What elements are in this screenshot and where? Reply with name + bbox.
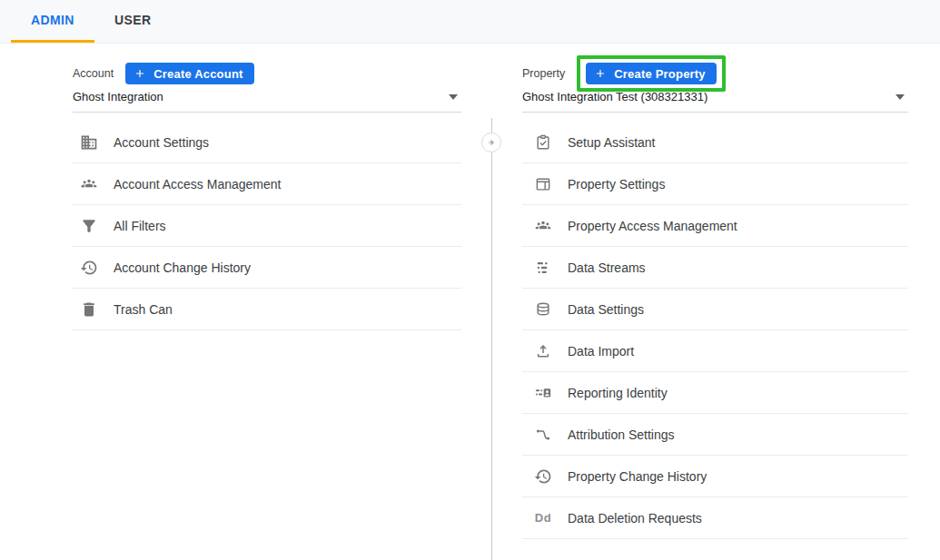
menu-item-label: Account Access Management [114,177,281,192]
tab-admin[interactable]: ADMIN [11,0,94,43]
menu-item-data-import[interactable]: Data Import [522,330,908,372]
collapse-panel-button[interactable] [481,133,501,152]
property-selector-value: Ghost Integration Test (308321331) [522,90,707,103]
account-label: Account [73,67,114,80]
create-account-button-label: Create Account [153,67,242,81]
menu-item-property-settings[interactable]: Property Settings [522,163,908,205]
trash-icon [80,300,98,319]
admin-user-tabbar: ADMIN USER [0,0,940,44]
tab-admin-label: ADMIN [31,13,74,27]
menu-item-label: Reporting Identity [568,386,668,400]
menu-item-account-change-history[interactable]: Account Change History [73,247,461,289]
account-panel-header: Account Create Account [73,55,254,92]
chevron-down-icon [449,94,458,100]
people-icon [80,175,98,193]
property-label: Property [522,67,565,80]
menu-item-reporting-identity[interactable]: Reporting Identity [522,372,908,414]
plus-icon [594,67,607,80]
create-account-button[interactable]: Create Account [125,63,253,84]
menu-item-label: Account Change History [114,260,251,275]
streams-icon [534,259,552,277]
filter-icon [80,217,98,235]
menu-item-label: Data Streams [568,260,646,275]
menu-item-label: Property Change History [568,469,707,484]
menu-item-label: Account Settings [114,135,209,150]
menu-item-data-settings[interactable]: Data Settings [522,289,908,330]
history-icon [80,259,98,277]
plus-icon [134,67,146,80]
menu-item-label: Attribution Settings [568,427,675,442]
menu-item-data-streams[interactable]: Data Streams [522,247,908,289]
menu-item-label: Setup Assistant [568,135,656,150]
menu-item-label: Data Settings [568,302,644,317]
menu-item-account-access-management[interactable]: Account Access Management [73,163,461,205]
create-property-button-label: Create Property [614,67,706,81]
menu-item-label: Trash Can [114,302,173,317]
tab-user[interactable]: USER [94,0,172,43]
attribution-path-icon [534,426,552,444]
menu-item-account-settings[interactable]: Account Settings [73,122,461,163]
create-property-button[interactable]: Create Property [586,63,717,84]
admin-page: ADMIN USER Account Create Account Proper… [0,0,940,560]
property-panel-header: Property Create Property [522,55,726,92]
database-icon [534,300,552,319]
tab-user-label: USER [114,13,152,27]
menu-item-property-change-history[interactable]: Property Change History [522,456,908,497]
upload-icon [534,342,552,360]
building-icon [80,133,98,152]
account-selector-dropdown[interactable]: Ghost Integration [73,90,461,113]
menu-item-data-deletion-requests[interactable]: Dd Data Deletion Requests [522,497,908,539]
clipboard-check-icon [534,133,552,152]
menu-item-label: Property Settings [568,177,665,192]
menu-item-property-access-management[interactable]: Property Access Management [522,205,908,247]
menu-item-setup-assistant[interactable]: Setup Assistant [522,122,908,163]
menu-item-label: All Filters [114,219,166,233]
arrow-right-icon [485,136,498,149]
panel-divider [491,118,492,560]
dd-icon: Dd [534,509,552,527]
identity-card-icon [534,384,552,402]
people-icon [534,217,552,235]
menu-item-trash-can[interactable]: Trash Can [73,289,461,330]
menu-item-label: Data Deletion Requests [568,511,702,526]
menu-item-label: Property Access Management [568,219,737,233]
history-icon [534,467,552,486]
annotation-highlight-box: Create Property [577,55,726,92]
menu-item-label: Data Import [568,344,634,359]
menu-item-all-filters[interactable]: All Filters [73,205,461,247]
window-layout-icon [534,175,552,193]
chevron-down-icon [895,94,905,100]
property-selector-dropdown[interactable]: Ghost Integration Test (308321331) [522,90,908,113]
account-selector-value: Ghost Integration [73,90,163,103]
property-menu: Setup Assistant Property Settings Proper… [522,122,908,539]
account-menu: Account Settings Account Access Manageme… [73,122,461,330]
menu-item-attribution-settings[interactable]: Attribution Settings [522,414,908,456]
